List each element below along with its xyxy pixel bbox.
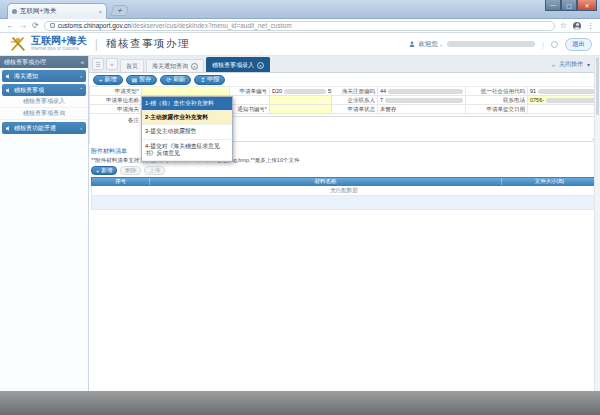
hidden-input[interactable]: [270, 96, 332, 105]
more-tabs-icon[interactable]: »: [552, 62, 555, 68]
brand-name: 互联网+海关: [31, 36, 87, 46]
attachment-table-footer: [91, 196, 597, 210]
new-tab-button[interactable]: +: [110, 5, 130, 16]
greeting-separator: |: [542, 41, 544, 48]
reload-icon[interactable]: ⟳: [32, 22, 39, 30]
window-controls: — ▢ ✕: [545, 0, 597, 11]
chevron-left-icon: ‹: [80, 73, 82, 79]
apply-type-select[interactable]: [142, 87, 230, 96]
page-title: 稽核查事项办理: [106, 37, 190, 51]
browser-tab[interactable]: 互联网+海关 ×: [7, 3, 107, 19]
workspace-tabstrip: ☰ « 首页 海关通知查询 × 稽核查事项录入 × » 关闭操作 ▾: [89, 56, 600, 73]
url-domain: customs.chinaport.gov.cn: [58, 22, 131, 29]
sidebar-item-label: 稽核查事项: [14, 86, 77, 95]
column-header-index: 序号: [92, 178, 150, 185]
add-button[interactable]: + 新增: [93, 75, 123, 85]
plus-icon: +: [99, 77, 103, 83]
forward-icon[interactable]: →: [19, 22, 27, 30]
sidebar-item-label: 稽核查功能开通: [14, 124, 77, 133]
attachment-upload-button[interactable]: 上传: [144, 166, 165, 175]
dropdown-option-4[interactable]: 4-提交对《海关稽查征求意见书》反馈意见: [142, 140, 232, 161]
tabstrip-right-actions: » 关闭操作 ▾: [552, 60, 590, 69]
back-icon[interactable]: ←: [6, 22, 14, 30]
minimize-button[interactable]: —: [545, 0, 561, 11]
column-header-material-name: 材料名称: [150, 178, 502, 185]
save-draft-button[interactable]: ▤ 暂存: [126, 75, 158, 85]
button-label: 新增: [105, 75, 117, 84]
attachment-add-button[interactable]: + 新增: [91, 166, 117, 175]
profile-avatar-icon[interactable]: [573, 22, 581, 30]
field-label-enterprise-contact: 企业联系人: [332, 96, 378, 105]
apply-no-value: D205: [270, 87, 332, 96]
tab-customs-notice-query[interactable]: 海关通知查询 ×: [146, 59, 204, 72]
collapse-sidebar-icon[interactable]: «: [106, 58, 118, 70]
help-circle-icon[interactable]: [551, 41, 558, 48]
button-label: 新增: [101, 167, 112, 174]
phone-input[interactable]: 0756-: [528, 96, 600, 105]
enterprise-contact-value: 7: [378, 96, 466, 105]
button-label: 刷新: [173, 75, 185, 84]
sidebar-item-customs-notice[interactable]: 海关通知 ‹: [2, 70, 86, 82]
refresh-button[interactable]: ⟳ 刷新: [160, 75, 191, 85]
menu-grid-icon[interactable]: ☰: [92, 58, 104, 70]
customs-logo-icon: [8, 35, 28, 53]
site-header: 互联网+海关 Internet plus of customs | 稽核查事项办…: [0, 33, 600, 56]
dropdown-option-2[interactable]: 2-主动披露作业补充资料: [142, 111, 232, 125]
redacted-value: [546, 98, 598, 103]
field-label-social-credit-code: 统一社会信用代码: [466, 87, 528, 96]
notice-no-input[interactable]: [270, 105, 332, 114]
redacted-value: [385, 98, 463, 103]
button-label: 暂存: [139, 75, 151, 84]
value-text: 44: [380, 88, 386, 94]
column-header-file-size: 文件大小(B): [502, 178, 598, 185]
tab-close-icon[interactable]: ×: [257, 62, 264, 69]
site-info-icon[interactable]: [50, 23, 55, 28]
sidebar-item-audit-matters[interactable]: 稽核查事项 ˇ: [2, 84, 86, 96]
field-label-customs-reg-code: 海关注册编码: [332, 87, 378, 96]
value-suffix: 5: [328, 88, 331, 94]
close-actions-menu[interactable]: 关闭操作: [559, 60, 583, 69]
sidebar-title: 稽核查事项办理: [4, 58, 46, 67]
desktop-background: [0, 391, 600, 415]
field-label-apply-unit-name: 申请单位名称: [90, 96, 142, 105]
tab-audit-entry[interactable]: 稽核查事项录入 ×: [206, 57, 270, 72]
tab-close-icon[interactable]: ×: [98, 9, 102, 15]
scrollbar-thumb[interactable]: [596, 57, 599, 115]
dropdown-option-3[interactable]: 3-提交主动披露报告: [142, 125, 232, 139]
apply-status-value: 未暂存: [378, 105, 466, 114]
value-text: 7: [380, 97, 383, 103]
user-greeting: 欢迎您， | 退出: [409, 38, 592, 51]
sidebar-item-audit-function-open[interactable]: 稽核查功能开通 ‹: [2, 122, 86, 134]
sidebar-item-audit-query[interactable]: 稽核查事项查询: [0, 108, 88, 120]
bookmark-star-icon[interactable]: ☆: [560, 21, 567, 30]
greeting-text: 欢迎您，: [418, 40, 444, 49]
caret-down-icon[interactable]: ▾: [587, 61, 590, 68]
application-form: 申请类型* 申请单编号 D205 海关注册编码 44 统一社会信用代码 91 申…: [89, 87, 600, 144]
close-button[interactable]: ✕: [577, 0, 597, 11]
field-label-hidden: [230, 96, 270, 105]
megaphone-icon: [6, 126, 11, 131]
dropdown-option-1[interactable]: 1-稽（核）查作业补充资料: [142, 97, 232, 111]
url-input[interactable]: customs.chinaport.gov.cn/deskserver/cus/…: [44, 21, 555, 31]
tab-home[interactable]: 首页: [120, 59, 144, 72]
vertical-scrollbar[interactable]: [594, 56, 600, 391]
tab-close-icon[interactable]: ×: [191, 63, 198, 70]
button-label: 申报: [207, 75, 219, 84]
brand-block: 互联网+海关 Internet plus of customs: [31, 36, 87, 52]
user-icon: [409, 41, 415, 47]
attachment-delete-button[interactable]: 删除: [120, 166, 141, 175]
customs-reg-code-value: 44: [378, 87, 466, 96]
sidebar-collapse-icon[interactable]: «: [81, 59, 84, 65]
address-bar-actions: ☆ ⋮: [560, 21, 594, 30]
value-text: D20: [272, 88, 282, 94]
browser-menu-icon[interactable]: ⋮: [587, 22, 594, 30]
sidebar-item-audit-entry[interactable]: 稽核查事项录入: [0, 96, 88, 108]
favicon: [12, 9, 17, 14]
declare-button[interactable]: ↥ 申报: [194, 75, 225, 85]
logout-button[interactable]: 退出: [565, 38, 592, 51]
apply-type-dropdown: 1-稽（核）查作业补充资料 2-主动披露作业补充资料 3-提交主动披露报告 4-…: [141, 96, 233, 162]
url-text: customs.chinaport.gov.cn/deskserver/cus/…: [58, 22, 292, 29]
maximize-button[interactable]: ▢: [561, 0, 577, 11]
attachment-table-empty-message: 无匹配数据: [91, 186, 597, 196]
tab-label: 海关通知查询: [152, 62, 188, 71]
